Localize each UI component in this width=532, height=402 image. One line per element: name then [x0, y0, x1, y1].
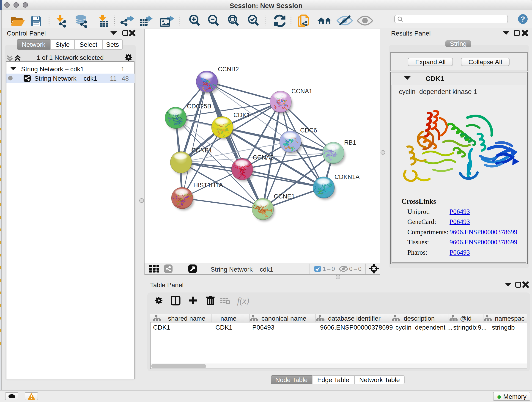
svg-text:1 – 0: 1 – 0 — [323, 265, 335, 272]
svg-text:f(x): f(x) — [237, 296, 249, 306]
svg-text:0 – 0: 0 – 0 — [349, 265, 361, 272]
